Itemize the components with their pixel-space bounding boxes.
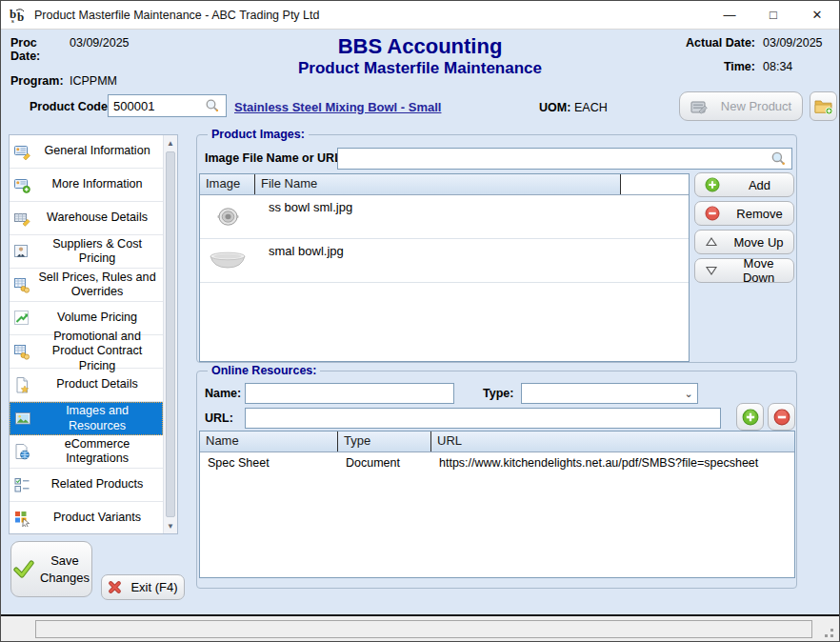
product-code-field[interactable]: [108, 94, 227, 117]
exit-button[interactable]: Exit (F4): [101, 574, 185, 600]
resource-type: Document: [338, 452, 431, 473]
add-resource-icon: [742, 409, 759, 426]
svg-text:s: s: [11, 17, 14, 25]
scroll-up-icon[interactable]: ▲: [164, 135, 177, 150]
add-image-button[interactable]: Add: [694, 172, 794, 197]
image-file-field[interactable]: [337, 148, 792, 170]
resource-url-input[interactable]: [245, 408, 721, 429]
image-file-name: smal bowl.jpg: [255, 239, 689, 282]
image-file-search-icon[interactable]: [770, 150, 787, 167]
new-product-label: New Product: [721, 99, 791, 113]
product-images-group: Product Images: Image File Name or URL: …: [196, 134, 797, 363]
new-product-button[interactable]: New Product: [679, 91, 803, 121]
resources-header-url[interactable]: URL: [431, 431, 794, 451]
online-resources-legend: Online Resources:: [208, 364, 320, 377]
scrollbar-thumb[interactable]: [166, 151, 175, 517]
product-code-input[interactable]: [113, 99, 205, 113]
product-code-search-icon[interactable]: [205, 98, 220, 113]
uom-value: EACH: [574, 101, 608, 114]
image-file-label: Image File Name or URL:: [205, 151, 346, 165]
status-bar: [1, 616, 839, 642]
close-button[interactable]: ✕: [795, 1, 839, 29]
delete-resource-icon: [773, 409, 790, 426]
resource-name-input[interactable]: [245, 383, 454, 404]
sidebar-item-label: Suppliers & Cost Pricing: [35, 237, 163, 266]
images-table-header: Image File Name: [200, 174, 689, 195]
resource-type-label: Type:: [483, 387, 513, 400]
maximize-button[interactable]: □: [751, 1, 795, 29]
time-label: Time:: [686, 60, 755, 73]
move-up-button[interactable]: Move Up: [694, 230, 794, 254]
resource-row[interactable]: Spec Sheet Document https://www.kitchend…: [200, 452, 794, 473]
resource-type-select[interactable]: ⌄: [521, 383, 698, 404]
bowl-side-thumbnail: [209, 251, 247, 271]
product-details-icon: [14, 377, 35, 393]
sidebar-item-warehouse-details[interactable]: Warehouse Details: [10, 202, 163, 235]
add-button-label: Add: [730, 178, 793, 192]
sidebar-item-product-details[interactable]: Product Details: [10, 369, 163, 402]
image-file-input[interactable]: [343, 151, 770, 166]
remove-button-label: Remove: [730, 207, 793, 221]
scroll-down-icon[interactable]: ▼: [164, 518, 177, 533]
delete-resource-button[interactable]: [768, 403, 795, 431]
sidebar-item-label: Sell Prices, Rules and Overrides: [35, 271, 163, 299]
remove-image-button[interactable]: Remove: [694, 201, 794, 226]
bbs-app-icon: b b s: [9, 6, 28, 25]
sidebar-item-label: Product Variants: [35, 511, 163, 525]
resize-grip[interactable]: [820, 624, 835, 639]
images-and-resources-icon: [15, 411, 36, 427]
save-check-icon: [13, 560, 34, 579]
bowl-top-thumbnail: [217, 207, 239, 227]
open-product-folder-button[interactable]: [810, 91, 837, 121]
resource-name: Spec Sheet: [200, 452, 338, 473]
sidebar-nav: General Information More Information: [9, 134, 178, 534]
image-action-buttons: Add Remove Move Up: [694, 172, 794, 287]
move-up-icon: [705, 236, 718, 248]
add-resource-button[interactable]: [736, 403, 764, 431]
image-row[interactable]: smal bowl.jpg: [200, 239, 689, 283]
sidebar-item-sell-prices[interactable]: Sell Prices, Rules and Overrides: [10, 269, 163, 302]
sidebar-scrollbar[interactable]: ▲ ▼: [163, 135, 177, 533]
new-product-icon: [690, 99, 708, 114]
images-header-image[interactable]: Image: [200, 174, 255, 194]
product-images-legend: Product Images:: [208, 128, 309, 141]
ecommerce-integrations-icon: [14, 444, 35, 460]
image-file-name: ss bowl sml.jpg: [255, 195, 689, 238]
sell-prices-icon: [14, 277, 35, 293]
resource-url-label: URL:: [205, 411, 233, 425]
image-row[interactable]: ss bowl sml.jpg: [200, 195, 689, 239]
app-window: b b s Product Masterfile Maintenance - A…: [0, 0, 840, 642]
move-down-button[interactable]: Move Down: [694, 258, 794, 283]
svg-text:b: b: [17, 10, 24, 24]
sidebar-item-more-information[interactable]: More Information: [10, 169, 163, 202]
sidebar-item-label: More Information: [35, 177, 163, 191]
title-bar: b b s Product Masterfile Maintenance - A…: [1, 1, 839, 30]
resources-header-type[interactable]: Type: [338, 431, 431, 451]
sidebar-item-ecommerce-integrations[interactable]: eCommerce Integrations: [10, 435, 163, 469]
related-products-icon: [14, 477, 35, 493]
images-header-file-name[interactable]: File Name: [255, 174, 621, 194]
save-changes-button[interactable]: Save Changes: [10, 541, 92, 597]
actual-date-value: 03/09/2025: [763, 36, 831, 50]
sidebar-item-label: eCommerce Integrations: [35, 437, 163, 466]
product-code-label: Product Code:: [30, 100, 111, 113]
sidebar-item-label: Volume Pricing: [35, 311, 163, 325]
time-value: 08:34: [763, 60, 831, 73]
product-name-link[interactable]: Stainless Steel Mixing Bowl - Small: [234, 100, 441, 114]
sidebar-item-images-and-resources[interactable]: Images and Resources: [10, 402, 163, 435]
sidebar-item-promotional-contract-pricing[interactable]: Promotional and Product Contract Pricing: [10, 335, 163, 369]
uom-label: UOM:: [539, 101, 570, 114]
sidebar-list: General Information More Information: [10, 135, 163, 533]
minimize-button[interactable]: —: [708, 1, 751, 29]
sidebar-item-suppliers-cost-pricing[interactable]: Suppliers & Cost Pricing: [10, 235, 163, 269]
sidebar-item-related-products[interactable]: Related Products: [10, 469, 163, 502]
actual-date-label: Actual Date:: [686, 36, 755, 50]
resources-header-name[interactable]: Name: [200, 431, 338, 451]
sidebar-item-label: Promotional and Product Contract Pricing: [35, 330, 163, 372]
sidebar-item-product-variants[interactable]: Product Variants: [10, 502, 163, 535]
window-title: Product Masterfile Maintenance - ABC Tra…: [34, 9, 319, 22]
general-information-icon: [14, 144, 35, 160]
move-down-label: Move Down: [728, 256, 793, 285]
add-icon: [705, 177, 720, 192]
sidebar-item-general-information[interactable]: General Information: [10, 135, 163, 169]
